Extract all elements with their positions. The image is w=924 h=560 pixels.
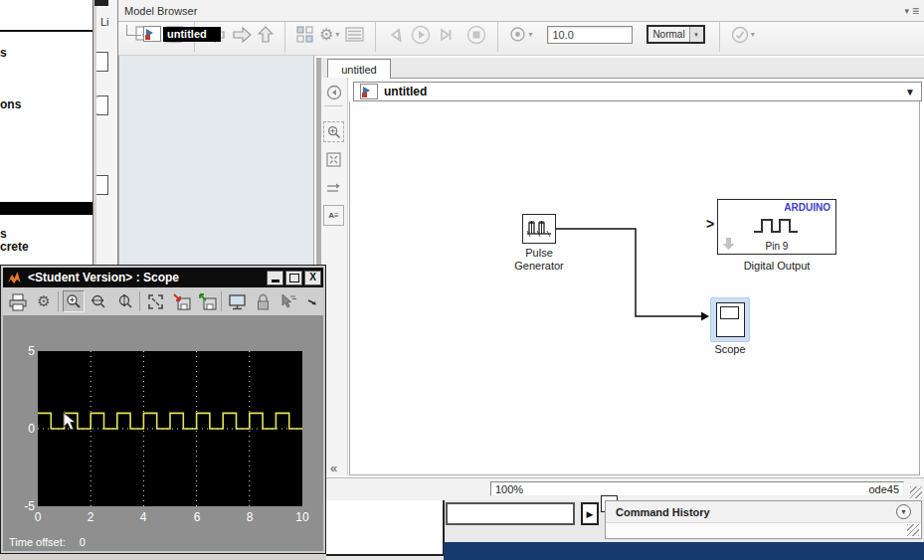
step-forward-button[interactable] (434, 21, 458, 49)
digital-output-block[interactable]: ARDUINO Pin 9 > (717, 199, 836, 255)
toolbar-separator (221, 291, 222, 311)
simulink-model-icon (360, 84, 378, 99)
model-settings-gear-icon[interactable]: ⚙▾ (316, 21, 342, 49)
model-browser-dropdown-icon[interactable]: ▾ (904, 6, 909, 16)
scope-plot[interactable] (38, 351, 302, 506)
tab-untitled[interactable]: untitled (327, 59, 391, 79)
resize-grip[interactable] (910, 486, 922, 498)
model-browser-menu-icon[interactable]: ≡ (912, 4, 919, 18)
scope-title-bar[interactable]: <Student Version> : Scope X (3, 268, 323, 287)
square-wave-icon (752, 214, 802, 236)
minimize-button[interactable] (267, 271, 283, 285)
close-button[interactable]: X (304, 271, 321, 285)
editor-tab-bar: untitled (321, 58, 924, 79)
step-back-button[interactable] (384, 21, 408, 49)
resize-grip[interactable] (907, 524, 919, 536)
zoom-x-button[interactable] (89, 290, 110, 312)
model-browser-header: Model Browser ▾ ≡ (118, 0, 924, 22)
palette-divider (324, 105, 343, 106)
save-axes-settings-button[interactable] (170, 290, 192, 312)
signal-routing-icon[interactable] (323, 177, 344, 198)
scope-window-title: <Student Version> : Scope (28, 271, 267, 284)
floating-scope-button[interactable] (226, 290, 248, 312)
signal-wire[interactable] (350, 101, 921, 475)
mouse-cursor (63, 412, 77, 431)
model-tree-item-untitled[interactable]: untitled (126, 26, 221, 42)
fit-to-view-icon[interactable] (323, 149, 344, 170)
model-canvas[interactable]: Pulse Generator ARDUINO Pin 9 > Digital … (349, 101, 920, 475)
library-block-fragment[interactable] (96, 95, 108, 115)
library-tree-item[interactable]: crete (0, 240, 29, 254)
breadcrumb[interactable]: untitled ▼ (353, 82, 922, 101)
pulse-generator-label: Pulse Generator (499, 247, 579, 273)
pulse-generator-block[interactable] (522, 214, 556, 244)
input-port-icon: > (706, 216, 714, 232)
library-toolbar-divider (0, 30, 92, 32)
command-history-header: Command History ▼ (606, 501, 921, 523)
simulation-mode-value: Normal (648, 29, 688, 40)
scope-screen-icon (720, 306, 739, 319)
hide-browser-back-icon[interactable] (323, 82, 344, 102)
lock-axes-button[interactable] (252, 290, 274, 312)
record-button[interactable]: ▾ (506, 21, 535, 49)
update-dropdown-icon[interactable]: ▾ (751, 30, 755, 39)
library-tree-item[interactable]: s (0, 227, 7, 241)
x-axis-tick: 8 (239, 510, 261, 524)
library-blocks-panel: Li (96, 0, 117, 280)
mode-dropdown-icon[interactable]: ▾ (689, 27, 703, 42)
library-block-fragment[interactable] (96, 52, 108, 72)
pulse-waveform-icon (526, 218, 552, 240)
forward-button[interactable] (229, 21, 255, 49)
restore-axes-settings-button[interactable] (196, 290, 218, 312)
command-input-field[interactable] (446, 502, 575, 525)
simulation-mode-select[interactable]: Normal ▾ (647, 25, 704, 44)
model-configuration-button[interactable] (342, 21, 367, 49)
overflow-arrow-icon[interactable] (305, 290, 319, 312)
window-fragment (94, 0, 108, 6)
library-tree-item[interactable]: s (0, 46, 7, 60)
toolbar-separator (719, 18, 720, 52)
scope-figure: 5 0 -5 0 2 4 6 8 10 Time offset: 0 (3, 315, 323, 551)
parameters-gear-icon[interactable]: ⚙ (33, 290, 55, 312)
zoom-y-button[interactable] (114, 290, 136, 312)
scope-window: <Student Version> : Scope X ⚙ (0, 265, 326, 554)
command-history-title: Command History (616, 506, 896, 518)
x-axis-tick: 0 (27, 510, 49, 524)
scope-block-selection (710, 297, 750, 342)
panel-menu-icon[interactable]: ▼ (896, 504, 911, 519)
y-axis-tick: 5 (11, 344, 35, 358)
x-axis-tick: 2 (80, 510, 101, 524)
time-offset-label: Time offset: (9, 536, 66, 548)
record-dropdown-icon[interactable]: ▾ (528, 30, 532, 39)
run-button[interactable] (408, 21, 434, 49)
library-tree-selected-item[interactable] (0, 202, 92, 215)
breadcrumb-dropdown-icon[interactable]: ▼ (905, 87, 915, 97)
screen: s ons s crete Li File Edit View Display … (0, 0, 924, 560)
signal-selector-button[interactable] (277, 290, 299, 312)
stop-button[interactable] (463, 21, 489, 49)
simulink-model-icon (143, 26, 161, 42)
time-offset-value: 0 (80, 536, 86, 548)
autoscale-button[interactable] (144, 290, 166, 312)
up-to-parent-button[interactable] (255, 21, 277, 49)
run-command-button[interactable]: ▶ (581, 502, 599, 525)
zoom-button[interactable] (63, 290, 85, 312)
zoom-tool-icon[interactable] (323, 121, 344, 142)
sample-time-legend-icon[interactable]: A≡ (323, 205, 344, 226)
collapse-palette-icon[interactable]: « (323, 458, 344, 478)
maximize-button[interactable] (285, 271, 302, 285)
scope-block[interactable] (716, 302, 745, 337)
library-block-fragment[interactable] (96, 175, 108, 195)
y-axis-tick: 0 (11, 422, 35, 436)
print-button[interactable] (7, 290, 29, 312)
time-offset-readout: Time offset: 0 (9, 536, 86, 548)
toolbar-separator (375, 18, 376, 52)
library-tree-item[interactable]: ons (0, 97, 21, 111)
toolbar-separator (139, 291, 140, 311)
simulation-stop-time-input[interactable] (547, 26, 633, 44)
command-window-fragment[interactable] (326, 500, 445, 556)
update-diagram-button[interactable]: ▾ (728, 21, 758, 49)
scope-block-label: Scope (700, 343, 760, 356)
library-browser-button[interactable] (293, 21, 316, 49)
settings-dropdown-icon[interactable]: ▾ (335, 30, 339, 39)
